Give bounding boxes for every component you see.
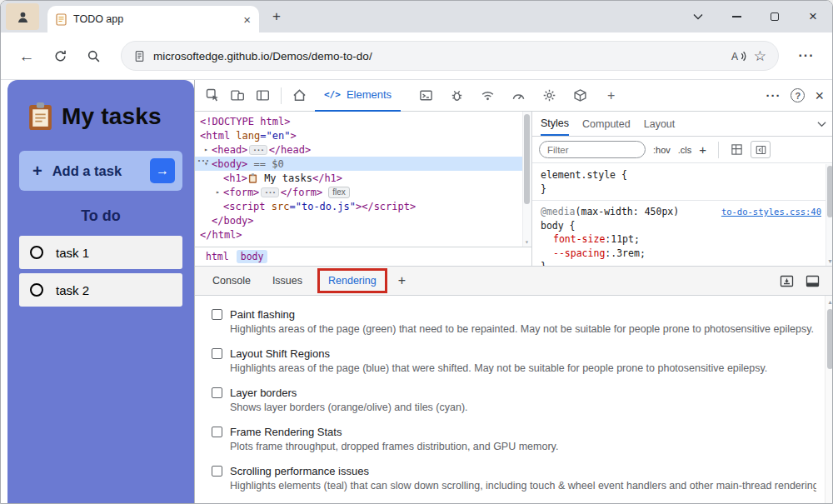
- network-wifi-button[interactable]: [476, 84, 499, 107]
- tab-close-button[interactable]: ×: [243, 13, 251, 26]
- console-tool-button[interactable]: [415, 84, 437, 107]
- dom-line[interactable]: <script src="to-do.js"></script>: [195, 199, 531, 213]
- collapsed-ellipsis-button[interactable]: ···: [261, 187, 278, 197]
- css-property-line[interactable]: --spacing: .3rem;: [541, 247, 833, 261]
- paint-flashing-checkbox[interactable]: [212, 309, 222, 320]
- scroll-down-icon[interactable]: ▾: [522, 238, 531, 246]
- window-menu-chevron-button[interactable]: [679, 1, 717, 32]
- class-toggle[interactable]: .cls: [678, 145, 692, 155]
- flex-badge[interactable]: flex: [328, 187, 350, 198]
- welcome-home-tab[interactable]: [288, 84, 311, 107]
- computed-sidebar-toggle-icon[interactable]: [751, 141, 771, 158]
- expand-arrow-icon[interactable]: ▸: [212, 188, 223, 196]
- scrollbar-thumb[interactable]: [524, 114, 530, 204]
- minimize-button[interactable]: [717, 1, 756, 32]
- expand-arrow-icon[interactable]: ▸: [201, 146, 212, 153]
- layer-borders-checkbox[interactable]: [212, 387, 222, 398]
- dom-line[interactable]: <html lang="en">: [195, 128, 531, 142]
- breadcrumb-html[interactable]: html: [202, 250, 233, 263]
- rule-line[interactable]: element.style {: [541, 168, 833, 182]
- option-label[interactable]: Paint flashing: [230, 308, 295, 321]
- option-label[interactable]: Layout Shift Regions: [230, 347, 330, 360]
- drawer-scrollbar[interactable]: ▴: [825, 296, 833, 504]
- inspect-element-button[interactable]: [202, 84, 224, 107]
- dom-line[interactable]: </body>: [195, 213, 531, 227]
- device-emulation-button[interactable]: [227, 84, 249, 107]
- expand-drawer-icon[interactable]: [806, 275, 820, 287]
- tab-styles[interactable]: Styles: [541, 112, 569, 136]
- debugger-bug-button[interactable]: [446, 84, 468, 107]
- add-task-button[interactable]: + Add a task →: [19, 151, 182, 191]
- option-label[interactable]: Scrolling performance issues: [230, 465, 369, 477]
- refresh-button[interactable]: [46, 42, 74, 70]
- hover-state-toggle[interactable]: :hov: [653, 145, 671, 155]
- browser-menu-button[interactable]: ···: [792, 42, 821, 70]
- new-tab-button[interactable]: +: [267, 7, 286, 26]
- dom-line[interactable]: <!DOCTYPE html>: [195, 114, 531, 128]
- browser-tab[interactable]: TODO app ×: [47, 6, 259, 32]
- media-rule-line[interactable]: @media (max-width: 450px)to-do-styles.cs…: [541, 205, 833, 219]
- grid-overlay-icon[interactable]: [731, 143, 743, 156]
- node-menu-icon[interactable]: ···: [197, 157, 209, 166]
- style-filter-input[interactable]: [539, 141, 646, 158]
- scrollbar-thumb[interactable]: [827, 309, 833, 369]
- task-row[interactable]: task 1: [19, 236, 182, 269]
- submit-arrow-icon[interactable]: →: [150, 158, 175, 183]
- address-bar[interactable]: microsoftedge.github.io/Demos/demo-to-do…: [121, 41, 779, 71]
- add-drawer-tab-button[interactable]: +: [392, 273, 412, 288]
- collapsed-ellipsis-button[interactable]: ···: [249, 145, 267, 155]
- rule-line[interactable]: body {: [541, 219, 833, 233]
- application-tool-button[interactable]: [569, 84, 591, 107]
- rule-line[interactable]: }: [541, 182, 833, 197]
- frame-rendering-stats-checkbox[interactable]: [212, 427, 222, 437]
- css-property-line[interactable]: font-size: 11pt;: [541, 232, 833, 247]
- dock-drawer-icon[interactable]: [780, 275, 794, 287]
- task-checkbox[interactable]: [30, 246, 43, 259]
- dom-line[interactable]: </html>: [195, 227, 531, 242]
- task-row[interactable]: task 2: [19, 273, 182, 307]
- styles-scrollbar[interactable]: ▾: [826, 164, 833, 266]
- tab-rendering[interactable]: Rendering: [328, 275, 377, 287]
- site-info-icon[interactable]: [133, 50, 146, 62]
- scroll-down-icon[interactable]: ▾: [826, 257, 833, 265]
- new-style-rule-button[interactable]: +: [699, 142, 706, 157]
- tab-computed[interactable]: Computed: [582, 112, 631, 136]
- breadcrumb-body[interactable]: body: [237, 250, 268, 263]
- option-label[interactable]: Layer borders: [230, 387, 297, 399]
- url-text[interactable]: microsoftedge.github.io/Demos/demo-to-do…: [153, 50, 723, 62]
- search-button[interactable]: [79, 42, 107, 70]
- settings-gear-button[interactable]: [538, 84, 561, 107]
- favorites-star-button[interactable]: ☆: [754, 49, 766, 63]
- option-label[interactable]: Frame Rendering Stats: [230, 426, 342, 438]
- dom-line[interactable]: ▸<form>···</form>flex: [195, 185, 531, 199]
- tab-layout[interactable]: Layout: [644, 112, 676, 136]
- window-close-button[interactable]: ×: [794, 1, 832, 32]
- tab-console[interactable]: Console: [202, 275, 262, 287]
- tab-issues[interactable]: Issues: [262, 275, 313, 287]
- elements-tab-label: Elements: [347, 88, 392, 101]
- scrollbar-thumb[interactable]: [827, 166, 833, 217]
- rule-line[interactable]: }: [541, 260, 833, 266]
- stylesheet-link[interactable]: to-do-styles.css:40: [721, 205, 833, 219]
- devtools-close-button[interactable]: ×: [815, 88, 824, 103]
- back-button[interactable]: ←: [12, 42, 41, 70]
- performance-gauge-button[interactable]: [507, 84, 530, 107]
- dom-scrollbar[interactable]: ▾: [522, 112, 531, 247]
- dom-line[interactable]: ▸<head>···</head>: [195, 142, 531, 157]
- scroll-up-icon[interactable]: ▴: [826, 298, 833, 306]
- read-aloud-button[interactable]: A: [731, 50, 746, 62]
- scrolling-performance-checkbox[interactable]: [212, 466, 222, 477]
- rendering-panel: Paint flashing Highlights areas of the p…: [195, 296, 833, 504]
- dom-line[interactable]: <h1> My tasks</h1>: [195, 171, 531, 185]
- elements-tab[interactable]: </> Elements: [315, 80, 401, 112]
- more-tools-add-button[interactable]: +: [600, 84, 622, 107]
- chevron-down-icon[interactable]: [817, 112, 826, 136]
- maximize-button[interactable]: [756, 1, 794, 32]
- devtools-menu-button[interactable]: ···: [766, 88, 781, 102]
- toggle-activity-bar-button[interactable]: [252, 84, 274, 107]
- profile-button[interactable]: [6, 3, 39, 30]
- devtools-help-button[interactable]: ?: [791, 88, 805, 102]
- layout-shift-regions-checkbox[interactable]: [212, 348, 222, 359]
- dom-line-selected[interactable]: ···▾<body> == $0: [195, 157, 531, 171]
- task-checkbox[interactable]: [30, 283, 43, 297]
